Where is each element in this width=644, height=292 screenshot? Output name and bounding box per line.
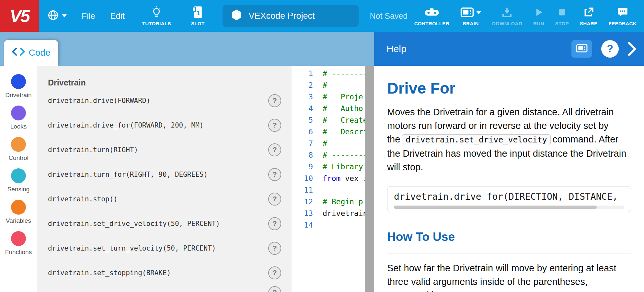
share-button[interactable]: SHARE — [574, 6, 603, 26]
sensing-category-icon[interactable] — [11, 168, 26, 183]
code-line[interactable]: 10from vex i — [292, 173, 365, 184]
code-line[interactable]: 2# — [292, 79, 365, 91]
help-panel: Drive For Moves the Drivetrain for a giv… — [374, 66, 644, 292]
help-question-button[interactable]: ? — [601, 40, 619, 58]
how-to-use-heading: How To Use — [387, 230, 631, 244]
command-help-button[interactable]: ? — [268, 94, 281, 107]
command-text[interactable]: drivetrain.turn_for(RIGHT, 90, DEGREES) — [48, 171, 208, 178]
editor-scrollbar[interactable] — [365, 66, 374, 292]
globe-icon — [47, 9, 59, 22]
code-line-text: # Autho — [323, 104, 363, 113]
menu-edit[interactable]: Edit — [110, 11, 125, 21]
command-panel-header: Drivetrain — [48, 78, 281, 88]
menu-file[interactable]: File — [82, 11, 95, 21]
sidebar-item-functions[interactable]: Functions — [5, 231, 32, 256]
sidebar-item-control[interactable]: Control — [8, 137, 28, 162]
code-line[interactable]: 12# Begin p — [292, 196, 365, 208]
sidebar-item-looks[interactable]: Looks — [10, 106, 27, 130]
code-line[interactable]: 7# — [292, 138, 365, 149]
drivetrain-category-icon[interactable] — [11, 74, 26, 89]
command-help-button[interactable]: ? — [268, 168, 281, 181]
brain-button[interactable]: BRAIN — [455, 6, 487, 26]
slot-button[interactable]: 1 SLOT — [191, 6, 205, 26]
command-text[interactable]: drivetrain.drive(FORWARD) — [48, 97, 150, 105]
run-button[interactable]: RUN — [528, 6, 550, 26]
project-name-box[interactable]: VEXcode Project — [223, 5, 359, 27]
save-status: Not Saved — [370, 11, 408, 21]
code-line-text: # — [323, 139, 327, 148]
code-editor[interactable]: 1# ----------2#3# Proje4# Autho5# Create… — [292, 66, 365, 292]
download-button[interactable]: DOWNLOAD — [487, 6, 528, 26]
line-number: 3 — [292, 93, 313, 101]
play-icon — [534, 6, 544, 19]
line-number: 9 — [292, 163, 313, 171]
chevron-right-icon — [628, 41, 636, 56]
command-text[interactable]: drivetrain.drive_for(FORWARD, 200, MM) — [48, 121, 203, 129]
chevron-down-icon — [477, 10, 481, 15]
lightbulb-icon — [150, 6, 163, 19]
help-description: Moves the Drivetrain for a given distanc… — [387, 105, 631, 174]
code-line[interactable]: 6# Descri — [292, 126, 365, 138]
category-label: Looks — [10, 123, 27, 130]
code-line[interactable]: 13drivetrain — [292, 208, 365, 219]
tutorials-label: TUTORIALS — [142, 21, 171, 26]
help-topic-title: Drive For — [387, 79, 631, 97]
line-number: 10 — [292, 174, 313, 183]
help-header-title: Help — [386, 43, 407, 54]
help-header: Help ? — [374, 32, 644, 66]
line-number: 12 — [292, 197, 313, 206]
language-menu[interactable] — [47, 9, 67, 22]
code-line[interactable]: 8# ---------- — [292, 149, 365, 161]
share-icon — [583, 6, 594, 19]
command-text[interactable]: drivetrain.stop() — [48, 195, 118, 203]
brain-icon — [460, 6, 474, 19]
command-text[interactable]: drivetrain.set_stopping(BRAKE) — [48, 269, 171, 277]
command-help-button[interactable]: ? — [268, 242, 281, 255]
controller-button[interactable]: CONTROLLER — [409, 6, 455, 26]
slot-document-icon: 1 — [192, 6, 203, 19]
collapse-help-panel-button[interactable] — [628, 41, 636, 56]
code-line[interactable]: 9# Library — [292, 161, 365, 173]
code-line[interactable]: 4# Autho — [292, 103, 365, 114]
looks-category-icon[interactable] — [11, 106, 26, 120]
code-line[interactable]: 11 — [292, 184, 365, 196]
code-line-text: # ---------- — [323, 151, 365, 159]
stop-button[interactable]: STOP — [550, 6, 574, 26]
functions-category-icon[interactable] — [11, 231, 26, 246]
command-help-button[interactable]: ? — [268, 266, 281, 279]
line-number: 13 — [292, 209, 313, 218]
download-label: DOWNLOAD — [492, 21, 522, 26]
command-help-button[interactable]: ? — [268, 193, 281, 206]
tutorials-button[interactable]: TUTORIALS — [142, 6, 171, 26]
code-line[interactable]: 5# Create — [292, 114, 365, 126]
vex-v5-logo[interactable]: V5 — [0, 0, 39, 32]
subbar: Code — [0, 32, 374, 66]
sidebar-item-sensing[interactable]: Sensing — [7, 168, 30, 193]
variables-category-icon[interactable] — [11, 200, 26, 215]
help-brain-button[interactable] — [571, 40, 592, 58]
command-help-button[interactable]: ? — [268, 286, 281, 292]
command-row: drivetrain.drive(FORWARD)? — [48, 88, 281, 113]
command-row: drivetrain.set_stopping(BRAKE)? — [48, 261, 281, 285]
code-line[interactable]: 3# Proje — [292, 91, 365, 103]
category-label: Variables — [6, 217, 31, 224]
code-line[interactable]: 1# ---------- — [292, 68, 365, 79]
control-category-icon[interactable] — [11, 137, 26, 152]
command-text[interactable]: drivetrain.set_turn_velocity(50, PERCENT… — [48, 244, 216, 252]
brain-icon — [576, 44, 588, 53]
command-help-button[interactable]: ? — [268, 217, 281, 230]
code-line[interactable]: 14 — [292, 219, 365, 231]
command-text[interactable]: drivetrain.turn(RIGHT) — [48, 146, 138, 154]
signature-scrollbar-thumb[interactable] — [394, 206, 597, 209]
main-content: DrivetrainLooksControlSensingVariablesFu… — [0, 66, 644, 292]
sidebar-item-variables[interactable]: Variables — [6, 200, 31, 224]
command-help-button[interactable]: ? — [268, 119, 281, 132]
command-help-button[interactable]: ? — [268, 143, 281, 156]
line-number: 2 — [292, 81, 313, 89]
line-number: 5 — [292, 116, 313, 124]
feedback-button[interactable]: FEEDBACK — [603, 6, 642, 26]
tab-code[interactable]: Code — [4, 40, 58, 66]
line-number: 14 — [292, 221, 313, 229]
sidebar-item-drivetrain[interactable]: Drivetrain — [5, 74, 31, 99]
command-text[interactable]: drivetrain.set_drive_velocity(50, PERCEN… — [48, 220, 220, 228]
